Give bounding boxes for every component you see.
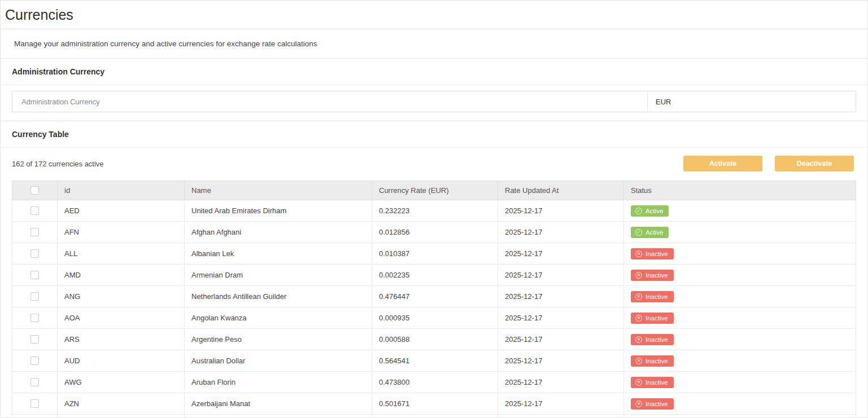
row-checkbox[interactable] (30, 399, 39, 408)
status-icon: ✓ (635, 208, 642, 214)
row-updated: 2025-12-17 (498, 265, 624, 286)
status-badge: ✕ Inactive (631, 377, 674, 388)
row-checkbox[interactable] (30, 206, 39, 215)
select-all-checkbox[interactable] (30, 186, 39, 195)
toolbar-buttons: Activate Deactivate (683, 156, 854, 171)
row-id: AWG (58, 372, 185, 393)
status-label: Inactive (645, 379, 668, 386)
status-label: Inactive (645, 293, 668, 301)
row-checkbox[interactable] (30, 228, 39, 236)
status-badge: ✕ Inactive (631, 398, 674, 410)
status-icon: ✓ (635, 229, 642, 236)
status-badge: ✕ Inactive (631, 270, 674, 281)
row-id: AED (58, 200, 185, 222)
currency-table-wrap: id Name Currency Rate (EUR) Rate Updated… (12, 181, 856, 418)
row-updated: 2025-12-17 (498, 200, 624, 222)
row-status-cell: ✕ Inactive (624, 415, 856, 418)
row-updated: 2025-12-17 (498, 372, 624, 393)
row-rate: 0.512236 (372, 415, 498, 418)
row-id: ARS (58, 329, 185, 350)
status-badge: ✕ Inactive (631, 291, 674, 302)
table-header-row: id Name Currency Rate (EUR) Rate Updated… (12, 181, 856, 200)
row-updated: 2025-12-17 (498, 329, 624, 350)
status-label: Inactive (645, 250, 668, 258)
currency-table-section: Currency Table 162 of 172 currencies act… (1, 121, 867, 418)
row-rate: 0.000588 (372, 329, 498, 350)
row-checkbox-cell (12, 307, 58, 329)
table-row: ARS Argentine Peso 0.000588 2025-12-17 ✕… (12, 329, 856, 350)
row-checkbox[interactable] (30, 357, 39, 365)
status-badge: ✕ Inactive (631, 248, 674, 259)
row-checkbox[interactable] (30, 271, 39, 279)
column-header-updated: Rate Updated At (498, 181, 624, 200)
row-rate: 0.564541 (372, 350, 498, 372)
row-rate: 0.473800 (372, 372, 498, 393)
table-row: AUD Australian Dollar 0.564541 2025-12-1… (12, 350, 856, 372)
row-rate: 0.000935 (372, 307, 498, 329)
table-row: AOA Angolan Kwanza 0.000935 2025-12-17 ✕… (12, 307, 856, 329)
row-rate: 0.476447 (372, 286, 498, 307)
status-icon: ✕ (635, 358, 642, 364)
row-updated: 2025-12-17 (498, 243, 624, 265)
row-updated: 2025-12-17 (498, 350, 624, 372)
table-row: AZN Azerbaijani Manat 0.501671 2025-12-1… (12, 393, 856, 415)
activate-button[interactable]: Activate (683, 156, 762, 171)
row-status-cell: ✕ Inactive (624, 372, 856, 393)
row-updated: 2025-12-17 (498, 307, 624, 329)
row-rate: 0.501671 (372, 393, 498, 415)
row-checkbox[interactable] (30, 378, 39, 386)
status-badge: ✕ Inactive (631, 313, 674, 324)
row-name: United Arab Emirates Dirham (185, 200, 372, 222)
status-badge: ✕ Inactive (631, 355, 674, 367)
admin-currency-field[interactable]: Administration Currency EUR (12, 91, 856, 112)
admin-currency-field-label: Administration Currency (12, 91, 648, 112)
column-header-name: Name (185, 181, 372, 200)
row-checkbox[interactable] (30, 314, 39, 322)
admin-currency-heading: Administration Currency (1, 59, 867, 85)
status-icon: ✕ (635, 336, 642, 343)
row-checkbox-cell (12, 329, 58, 350)
row-status-cell: ✕ Inactive (624, 329, 856, 350)
row-checkbox-cell (12, 243, 58, 265)
row-name: Argentine Peso (185, 329, 372, 350)
row-name: Australian Dollar (185, 350, 372, 372)
row-updated: 2025-12-17 (498, 222, 624, 243)
status-icon: ✕ (635, 379, 642, 386)
row-checkbox[interactable] (30, 249, 39, 258)
currency-table-toolbar: 162 of 172 currencies active Activate De… (1, 148, 867, 179)
status-label: Inactive (645, 336, 668, 344)
admin-currency-value[interactable]: EUR (648, 91, 856, 112)
row-updated: 2025-12-17 (498, 415, 624, 418)
row-checkbox-cell (12, 265, 58, 286)
status-label: Inactive (645, 271, 668, 279)
column-header-status: Status (624, 181, 856, 200)
column-header-rate: Currency Rate (EUR) (372, 181, 498, 200)
row-checkbox-cell (12, 222, 58, 243)
row-status-cell: ✕ Inactive (624, 286, 856, 307)
row-checkbox[interactable] (30, 335, 39, 344)
row-name: Angolan Kwanza (185, 307, 372, 329)
table-row: AMD Armenian Dram 0.002235 2025-12-17 ✕ … (12, 265, 856, 286)
page-header: Currencies (1, 1, 867, 29)
currency-table-heading: Currency Table (1, 121, 867, 148)
row-id: AOA (58, 307, 185, 329)
row-id: BAM (58, 415, 185, 418)
table-row: ANG Netherlands Antillean Guilder 0.4764… (12, 286, 856, 307)
row-checkbox[interactable] (30, 292, 39, 301)
row-rate: 0.010387 (372, 243, 498, 265)
status-icon: ✕ (635, 315, 642, 322)
row-status-cell: ✓ Active (624, 200, 856, 222)
row-id: AMD (58, 265, 185, 286)
active-currencies-summary: 162 of 172 currencies active (12, 160, 104, 168)
row-checkbox-cell (12, 372, 58, 393)
status-icon: ✕ (635, 293, 642, 300)
row-checkbox-cell (12, 393, 58, 415)
status-label: Active (645, 228, 663, 236)
row-name: Netherlands Antillean Guilder (185, 286, 372, 307)
table-row: AWG Aruban Florin 0.473800 2025-12-17 ✕ … (12, 372, 856, 393)
deactivate-button[interactable]: Deactivate (775, 156, 854, 171)
row-updated: 2025-12-17 (498, 286, 624, 307)
row-name: Aruban Florin (185, 372, 372, 393)
row-status-cell: ✕ Inactive (624, 265, 856, 286)
row-checkbox-cell (12, 200, 58, 222)
